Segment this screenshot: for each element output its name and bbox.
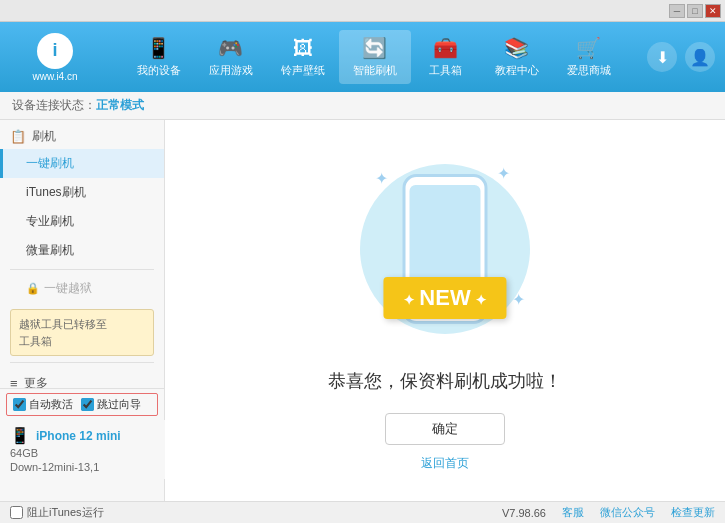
skip-wizard-input[interactable] [81, 398, 94, 411]
my-device-label: 我的设备 [137, 63, 181, 78]
sidebar-item-pro-flash[interactable]: 专业刷机 [0, 207, 164, 236]
status-label: 设备连接状态： [12, 97, 96, 114]
wallpaper-icon: 🖼 [293, 37, 313, 60]
nav-my-device[interactable]: 📱 我的设备 [123, 30, 195, 84]
auto-rescue-label: 自动救活 [29, 397, 73, 412]
device-name: iPhone 12 mini [36, 429, 121, 443]
support-link[interactable]: 客服 [562, 505, 584, 520]
success-illustration: NEW ✦ ✦ ✦ [345, 149, 545, 349]
pro-flash-label: 专业刷机 [26, 214, 74, 228]
app-game-label: 应用游戏 [209, 63, 253, 78]
checkbox-area: 自动救活 跳过向导 [13, 397, 151, 412]
jailbreak-section-label: 一键越狱 [44, 280, 92, 297]
sparkle-3: ✦ [512, 290, 525, 309]
status-value: 正常模式 [96, 97, 144, 114]
nav-items: 📱 我的设备 🎮 应用游戏 🖼 铃声壁纸 🔄 智能刷机 🧰 工具箱 📚 教程中心… [100, 30, 647, 84]
title-bar: ─ □ ✕ [0, 0, 725, 22]
update-link[interactable]: 检查更新 [671, 505, 715, 520]
nav-right: ⬇ 👤 [647, 42, 715, 72]
smart-flash-label: 智能刷机 [353, 63, 397, 78]
auto-rescue-checkbox[interactable]: 自动救活 [13, 397, 73, 412]
jailbreak-note: 越狱工具已转移至工具箱 [10, 309, 154, 356]
nav-toolbox[interactable]: 🧰 工具箱 [411, 30, 481, 84]
window-controls: ─ □ ✕ [669, 4, 721, 18]
my-device-icon: 📱 [146, 36, 171, 60]
skip-wizard-label: 跳过向导 [97, 397, 141, 412]
new-banner: NEW [383, 277, 506, 319]
sidebar: 📋 刷机 一键刷机 iTunes刷机 专业刷机 微量刷机 🔒 一键越狱 越狱工具… [0, 120, 165, 501]
flash-section-icon: 📋 [10, 129, 26, 144]
skip-wizard-checkbox[interactable]: 跳过向导 [81, 397, 141, 412]
device-icon: 📱 [10, 426, 30, 445]
sidebar-item-itunes-flash[interactable]: iTunes刷机 [0, 178, 164, 207]
wechat-link[interactable]: 微信公众号 [600, 505, 655, 520]
nav-wallpaper[interactable]: 🖼 铃声壁纸 [267, 31, 339, 84]
divider-2 [10, 362, 154, 363]
back-link[interactable]: 返回首页 [421, 455, 469, 472]
sidebar-section-flash: 📋 刷机 [0, 120, 164, 149]
lock-icon: 🔒 [26, 282, 40, 295]
device-section: 📱 iPhone 12 mini 64GB Down-12mini-13,1 [0, 420, 165, 479]
content-pane: NEW ✦ ✦ ✦ 恭喜您，保资料刷机成功啦！ 确定 返回首页 [165, 120, 725, 501]
confirm-button[interactable]: 确定 [385, 413, 505, 445]
one-key-flash-label: 一键刷机 [26, 156, 74, 170]
mall-icon: 🛒 [576, 36, 601, 60]
itunes-flash-label: iTunes刷机 [26, 185, 86, 199]
bottom-left: 阻止iTunes运行 [10, 505, 502, 520]
device-version: Down-12mini-13,1 [10, 461, 155, 473]
toolbox-icon: 🧰 [433, 36, 458, 60]
free-flash-label: 微量刷机 [26, 243, 74, 257]
account-button[interactable]: 👤 [685, 42, 715, 72]
flash-section-label: 刷机 [32, 128, 56, 145]
logo-icon: i [37, 33, 73, 69]
logo-area: i www.i4.cn [10, 33, 100, 82]
block-itunes-checkbox[interactable] [10, 506, 23, 519]
bottom-bar: 阻止iTunes运行 V7.98.66 客服 微信公众号 检查更新 [0, 501, 725, 523]
auto-rescue-input[interactable] [13, 398, 26, 411]
mall-label: 爱思商城 [567, 63, 611, 78]
nav-smart-flash[interactable]: 🔄 智能刷机 [339, 30, 411, 84]
sidebar-section-jailbreak: 🔒 一键越狱 [0, 274, 164, 303]
maximize-button[interactable]: □ [687, 4, 703, 18]
success-title: 恭喜您，保资料刷机成功啦！ [328, 369, 562, 393]
app-game-icon: 🎮 [218, 36, 243, 60]
toolbox-label: 工具箱 [429, 63, 462, 78]
sparkle-1: ✦ [375, 169, 388, 188]
nav-tutorial[interactable]: 📚 教程中心 [481, 30, 553, 84]
top-nav: i www.i4.cn 📱 我的设备 🎮 应用游戏 🖼 铃声壁纸 🔄 智能刷机 … [0, 22, 725, 92]
status-bar: 设备连接状态： 正常模式 [0, 92, 725, 120]
logo-text: www.i4.cn [32, 71, 77, 82]
sidebar-item-free-flash[interactable]: 微量刷机 [0, 236, 164, 265]
device-storage: 64GB [10, 447, 155, 459]
close-button[interactable]: ✕ [705, 4, 721, 18]
sidebar-item-one-key-flash[interactable]: 一键刷机 [0, 149, 164, 178]
tutorial-icon: 📚 [504, 36, 529, 60]
smart-flash-icon: 🔄 [362, 36, 387, 60]
sparkle-2: ✦ [497, 164, 510, 183]
download-button[interactable]: ⬇ [647, 42, 677, 72]
block-itunes-label: 阻止iTunes运行 [27, 505, 104, 520]
minimize-button[interactable]: ─ [669, 4, 685, 18]
nav-app-game[interactable]: 🎮 应用游戏 [195, 30, 267, 84]
wallpaper-label: 铃声壁纸 [281, 63, 325, 78]
tutorial-label: 教程中心 [495, 63, 539, 78]
nav-mall[interactable]: 🛒 爱思商城 [553, 30, 625, 84]
bottom-right: V7.98.66 客服 微信公众号 检查更新 [502, 505, 715, 520]
version-label: V7.98.66 [502, 507, 546, 519]
divider-1 [10, 269, 154, 270]
